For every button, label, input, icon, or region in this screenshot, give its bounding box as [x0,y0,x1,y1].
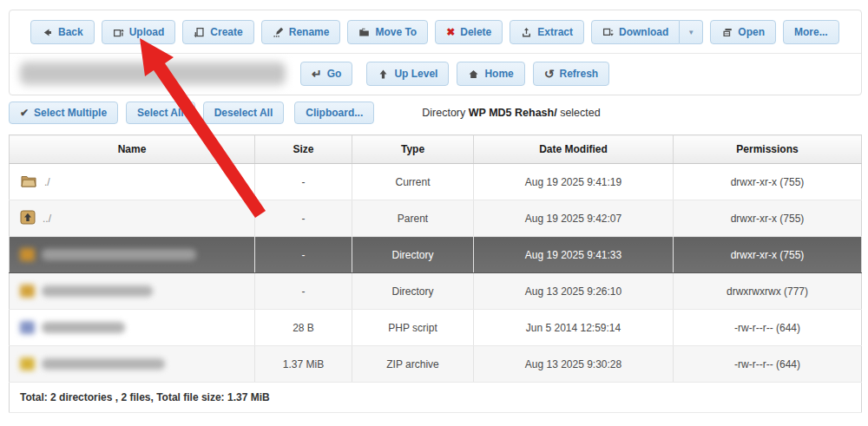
table-footer-row: Total: 2 directories , 2 files, Total fi… [10,383,862,413]
file-size: 28 B [255,310,352,346]
selection-toolbar: ✔Select Multiple Select All Deselect All… [9,102,601,124]
extract-icon [521,27,532,38]
move-to-label: Move To [375,26,417,38]
file-type: Current [352,164,474,200]
home-icon [468,69,479,80]
file-permissions: drwxr-xr-x (755) [674,200,862,237]
home-label: Home [484,68,513,80]
redacted-file-name [42,285,153,297]
back-label: Back [58,26,83,38]
path-toolbar: ↵Go Up Level Home ↺Refresh [10,54,861,95]
extract-button[interactable]: Extract [510,20,584,44]
upload-button[interactable]: Upload [102,20,176,44]
file-date-modified: Aug 19 2025 9:41:33 [474,237,674,273]
file-size: - [255,237,352,273]
redacted-file-name [42,249,196,260]
redacted-file-name [42,358,165,370]
home-button[interactable]: Home [457,62,524,86]
totals-summary: Total: 2 directories , 2 files, Total fi… [10,383,862,413]
open-icon [721,27,733,38]
more-button[interactable]: More... [783,20,839,44]
column-header-type[interactable]: Type [352,135,474,164]
refresh-button[interactable]: ↺Refresh [533,62,609,86]
column-header-permissions[interactable]: Permissions [674,135,862,164]
status-suffix: selected [560,107,601,119]
file-type: Directory [352,273,474,310]
clipboard-label: Clipboard... [306,107,363,119]
file-size: - [255,273,352,310]
select-all-label: Select All [137,107,184,119]
table-row[interactable]: ../ - Parent Aug 19 2025 9:42:07 drwxr-x… [10,200,862,237]
delete-button[interactable]: ✖Delete [435,20,503,44]
file-name: ../ [43,213,51,225]
main-toolbar: Back Upload Create Rename Move T [10,10,861,54]
table-row[interactable]: 28 B PHP script Jun 5 2014 12:59:14 -rw-… [10,310,862,346]
zip-file-icon [20,357,35,370]
rename-button[interactable]: Rename [261,20,341,44]
create-button[interactable]: Create [182,20,253,44]
deselect-all-label: Deselect All [214,107,273,119]
create-icon [194,27,205,38]
file-table: Name Size Type Date Modified Permissions… [9,134,862,413]
download-label: Download [619,26,668,38]
file-type: PHP script [352,310,474,346]
file-date-modified: Aug 13 2025 9:30:28 [474,346,674,383]
redacted-file-name [42,322,125,333]
file-permissions: drwxr-xr-x (755) [674,237,862,273]
file-type: ZIP archive [352,346,474,383]
rename-label: Rename [289,26,330,38]
download-icon [602,27,614,38]
file-size: - [255,200,352,237]
column-header-size[interactable]: Size [255,135,352,164]
download-split-button: Download ▼ [591,20,703,44]
file-permissions: drwxr-xr-x (755) [674,164,862,200]
up-level-button[interactable]: Up Level [366,62,449,86]
path-input[interactable] [20,62,286,86]
table-row[interactable]: ./ - Current Aug 19 2025 9:41:19 drwxr-x… [10,164,862,200]
chevron-down-icon: ▼ [687,29,694,36]
table-row[interactable]: 1.37 MiB ZIP archive Aug 13 2025 9:30:28… [10,346,862,383]
up-level-label: Up Level [394,68,437,80]
top-panel: Back Upload Create Rename Move T [9,10,862,95]
table-row[interactable]: - Directory Aug 13 2025 9:26:10 drwxrwxr… [10,273,862,310]
folder-parent-icon [20,210,36,227]
column-header-name[interactable]: Name [10,135,255,164]
select-all-button[interactable]: Select All [126,102,195,124]
go-button[interactable]: ↵Go [300,62,352,86]
file-manager-page: Back Upload Create Rename Move T [0,0,868,426]
refresh-icon: ↺ [544,68,555,80]
deselect-all-button[interactable]: Deselect All [203,102,285,124]
rename-icon [273,27,284,38]
upload-icon [113,27,124,38]
file-type: Parent [352,200,474,237]
status-directory-name: WP MD5 Rehash/ [469,107,557,119]
file-date-modified: Jun 5 2014 12:59:14 [474,310,674,346]
table-header-row: Name Size Type Date Modified Permissions [10,135,862,164]
up-arrow-icon [378,69,389,80]
download-menu-button[interactable]: ▼ [680,20,703,44]
back-button[interactable]: Back [30,20,95,44]
open-button[interactable]: Open [710,20,776,44]
file-date-modified: Aug 19 2025 9:42:07 [474,200,674,237]
column-header-date-modified[interactable]: Date Modified [474,135,674,164]
file-size: 1.37 MiB [255,346,352,383]
open-label: Open [738,26,765,38]
folder-icon [20,248,35,261]
file-type: Directory [352,237,474,273]
clipboard-button[interactable]: Clipboard... [294,102,374,124]
file-date-modified: Aug 13 2025 9:26:10 [474,273,674,310]
selection-status: Directory WP MD5 Rehash/ selected [422,107,600,119]
go-return-icon: ↵ [312,68,322,80]
select-multiple-button[interactable]: ✔Select Multiple [9,102,118,124]
table-row-selected[interactable]: - Directory Aug 19 2025 9:41:33 drwxr-xr… [10,237,862,273]
delete-icon: ✖ [446,27,455,37]
extract-label: Extract [537,26,573,38]
folder-icon [20,285,35,298]
back-icon [42,27,53,38]
file-permissions: drwxrwxrwx (777) [674,273,862,310]
status-prefix: Directory [422,107,465,119]
file-permissions: -rw-r--r-- (644) [674,310,862,346]
more-label: More... [794,26,828,38]
download-button[interactable]: Download [591,20,680,44]
move-to-button[interactable]: Move To [347,20,428,44]
